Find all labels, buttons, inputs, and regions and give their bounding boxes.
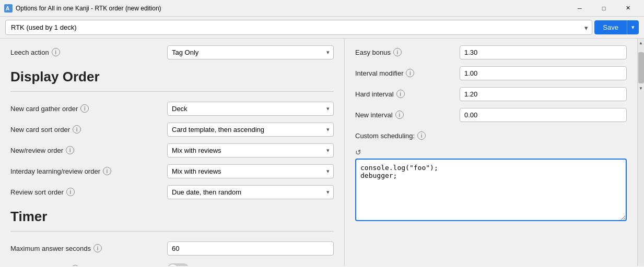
leech-action-label: Leech action i [10,48,167,56]
show-answer-timer-row: Show answer timer i [10,261,334,266]
new-interval-row: New interval i [355,106,627,123]
interval-modifier-input-wrap [460,66,627,80]
new-card-sort-label: New card sort order i [10,125,167,134]
custom-scheduling-label: Custom scheduling: i [355,131,460,140]
new-card-gather-label: New card gather order i [10,104,167,113]
custom-scheduling-info-icon[interactable]: i [417,131,426,140]
max-answer-seconds-info-icon[interactable]: i [93,244,102,252]
hard-interval-text: Hard interval [355,90,394,98]
vertical-scrollbar: ▲ ▼ [637,39,644,266]
scrollbar-thumb[interactable] [638,52,644,83]
easy-bonus-info-icon[interactable]: i [393,48,402,56]
leech-action-text: Leech action [10,48,49,56]
timer-divider [10,231,334,232]
leech-action-info-icon[interactable]: i [52,48,60,56]
scrollbar-up-button[interactable]: ▲ [638,39,644,47]
review-sort-order-control: Due date, then random ▾ [167,185,334,199]
show-answer-timer-toggle[interactable] [167,263,189,266]
new-card-gather-control: Deck ▾ [167,102,334,116]
minimize-button[interactable]: ─ [568,0,592,17]
custom-scheduling-textarea[interactable] [355,159,627,221]
close-button[interactable]: ✕ [616,0,640,17]
new-card-gather-select[interactable]: Deck [167,102,334,116]
new-interval-input-wrap [460,108,627,122]
window-controls: ─ □ ✕ [568,0,640,17]
max-answer-seconds-label: Maximum answer seconds i [10,244,167,252]
easy-bonus-input-wrap [460,45,627,59]
timer-heading: Timer [10,209,334,225]
interday-learning-select[interactable]: Mix with reviews [167,164,334,178]
review-sort-order-label: Review sort order i [10,188,167,196]
interday-learning-label: Interday learning/review order i [10,167,167,175]
new-interval-label: New interval i [355,111,460,119]
save-btn-group: Save ▾ [594,20,639,34]
easy-bonus-text: Easy bonus [355,48,391,56]
deck-select[interactable]: RTK (used by 1 deck) [5,20,592,35]
new-review-order-label: New/review order i [10,146,167,154]
new-card-sort-control: Card template, then ascending ▾ [167,123,334,137]
display-order-divider [10,91,334,92]
interday-learning-control: Mix with reviews ▾ [167,164,334,178]
new-review-order-select[interactable]: Mix with reviews [167,143,334,157]
toolbar: RTK (used by 1 deck) ▾ Save ▾ [0,17,644,39]
new-interval-text: New interval [355,111,393,119]
toggle-knob [168,264,178,266]
easy-bonus-input[interactable] [460,45,627,59]
custom-scheduling-text: Custom scheduling: [355,132,415,140]
new-card-sort-text: New card sort order [10,126,70,134]
interday-learning-info-icon[interactable]: i [103,167,111,175]
review-sort-order-select[interactable]: Due date, then random [167,185,334,199]
save-dropdown-button[interactable]: ▾ [627,20,639,34]
interday-learning-text: Interday learning/review order [10,167,100,175]
refresh-icon[interactable]: ↺ [355,148,361,156]
new-card-sort-select[interactable]: Card template, then ascending [167,123,334,137]
review-sort-order-row: Review sort order i Due date, then rando… [10,184,334,200]
new-interval-input[interactable] [460,108,627,122]
new-review-order-text: New/review order [10,147,63,154]
max-answer-seconds-text: Maximum answer seconds [10,245,91,252]
new-card-sort-order-row: New card sort order i Card template, the… [10,121,334,138]
new-review-order-row: New/review order i Mix with reviews ▾ [10,142,334,159]
show-answer-timer-control [167,263,334,266]
deck-selector-wrapper: RTK (used by 1 deck) ▾ [5,20,592,35]
interday-learning-row: Interday learning/review order i Mix wit… [10,163,334,179]
hard-interval-label: Hard interval i [355,90,460,98]
title-bar: A Options for All in one Kanji - RTK ord… [0,0,644,17]
save-button[interactable]: Save [594,20,627,34]
window-title: Options for All in one Kanji - RTK order… [16,5,568,12]
maximize-button[interactable]: □ [592,0,616,17]
max-answer-seconds-input[interactable] [167,241,334,256]
show-answer-timer-text: Show answer timer [10,265,68,266]
svg-text:A: A [6,6,9,11]
leech-action-select[interactable]: Tag Only [167,45,334,59]
show-answer-timer-info-icon[interactable]: i [71,265,79,266]
new-card-gather-order-row: New card gather order i Deck ▾ [10,100,334,117]
max-answer-seconds-control [167,241,334,256]
new-review-order-info-icon[interactable]: i [66,146,74,154]
new-interval-info-icon[interactable]: i [395,111,404,119]
easy-bonus-row: Easy bonus i [355,44,627,60]
display-order-heading: Display Order [10,69,334,85]
app-icon: A [4,4,13,13]
new-review-order-control: Mix with reviews ▾ [167,143,334,157]
new-card-sort-info-icon[interactable]: i [73,125,81,134]
hard-interval-input[interactable] [460,87,627,101]
left-panel: Leech action i Tag Only ▾ Display Order … [0,39,345,266]
scrollbar-down-button[interactable]: ▼ [638,84,644,92]
custom-scheduling-row: Custom scheduling: i [355,127,627,144]
interval-modifier-text: Interval modifier [355,69,403,77]
interval-modifier-label: Interval modifier i [355,69,460,77]
review-sort-order-info-icon[interactable]: i [66,188,75,196]
new-card-gather-text: New card gather order [10,105,78,113]
leech-action-control: Tag Only ▾ [167,45,334,59]
hard-interval-info-icon[interactable]: i [396,90,405,98]
scrollbar-track [638,52,644,83]
interval-modifier-info-icon[interactable]: i [406,69,414,77]
easy-bonus-label: Easy bonus i [355,48,460,56]
show-answer-timer-label: Show answer timer i [10,265,167,266]
leech-action-row: Leech action i Tag Only ▾ [10,44,334,60]
interval-modifier-input[interactable] [460,66,627,80]
interval-modifier-row: Interval modifier i [355,65,627,81]
custom-scheduling-refresh-row: ↺ [355,148,627,156]
new-card-gather-info-icon[interactable]: i [80,104,89,113]
